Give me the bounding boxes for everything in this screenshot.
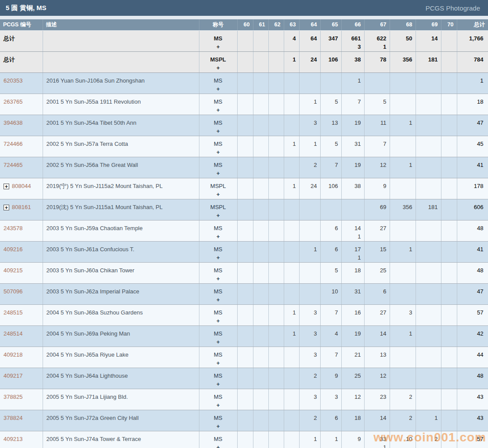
grade-cell-70 <box>441 304 457 325</box>
grade-cell-63: 1 <box>284 136 299 157</box>
grade-cell-64: 3 <box>299 347 320 368</box>
grade-cell-62 <box>268 220 284 241</box>
pcgs-number-link[interactable]: 409218 <box>4 351 22 358</box>
col-header-grade-68: 68 <box>390 19 416 30</box>
designation-cell: MS+ <box>199 325 237 347</box>
grade-cell-62 <box>268 262 284 283</box>
grade-cell-68: 3 <box>390 304 416 325</box>
grade-cell-70 <box>441 157 457 178</box>
total-cell: 57 <box>457 304 488 325</box>
total-cell: 42 <box>457 325 488 347</box>
pcgs-number-link[interactable]: 724465 <box>4 162 22 168</box>
grade-cell-64: 3 <box>299 389 320 410</box>
total-cell: 47 <box>457 115 488 136</box>
grade-cell-62 <box>268 431 284 448</box>
designation-cell: MS+ <box>199 389 237 410</box>
totals-total-cell: 784 <box>457 51 488 72</box>
description-cell: 2001 5 Yn Sun-J54a Tibet 50th Ann <box>43 115 199 136</box>
table-row: 7244652002 5 Yn Sun-J56a The Great WallM… <box>0 157 488 178</box>
pcgs-number-link[interactable]: 394638 <box>4 119 22 126</box>
pcgs-number-link[interactable]: 248514 <box>4 330 22 337</box>
description-cell: 2019(沈) 5 Yn Sun-J115a1 Mount Taishan, P… <box>43 199 199 220</box>
grade-cell-67: 7 <box>364 136 390 157</box>
totals-row: 总计MS+4643476613622150141,766 <box>0 30 488 51</box>
grade-cell-68 <box>390 136 416 157</box>
grade-cell-60 <box>237 347 253 368</box>
pcgs-number-link[interactable]: 243578 <box>4 225 22 231</box>
grade-cell-64 <box>299 283 320 304</box>
table-row: 4092152003 5 Yn Sun-J60a Chikan TowerMS+… <box>0 262 488 283</box>
pcgs-number-link[interactable]: 409213 <box>4 436 22 442</box>
grade-cell-70 <box>441 220 457 241</box>
grade-cell-68: 1 <box>390 115 416 136</box>
grade-cell-68: 1 <box>390 325 416 347</box>
designation-cell: MS+ <box>199 410 237 431</box>
pcgs-number-cell: 248515 <box>0 304 43 325</box>
expand-icon[interactable]: + <box>4 184 9 189</box>
pcgs-number-cell: 724465 <box>0 157 43 178</box>
page-title: 5 圆 黄铜, MS <box>0 4 47 12</box>
grade-cell-70 <box>441 115 457 136</box>
pcgs-number-link[interactable]: 409215 <box>4 267 22 274</box>
col-header-grade-62: 62 <box>268 19 284 30</box>
grade-cell-70 <box>441 410 457 431</box>
grade-cell-63 <box>284 283 299 304</box>
grade-cell-69 <box>416 157 441 178</box>
pcgs-number-link[interactable]: 724466 <box>4 141 22 147</box>
col-header-grade-61: 61 <box>253 19 268 30</box>
grade-cell-68 <box>390 283 416 304</box>
grade-cell-61 <box>253 241 268 262</box>
grade-cell-70 <box>441 389 457 410</box>
pcgs-number-link[interactable]: 507096 <box>4 288 22 295</box>
total-cell: 44 <box>457 347 488 368</box>
total-cell: 57 <box>457 431 488 448</box>
grade-cell-66: 1 <box>341 72 364 94</box>
grade-cell-67: 11 <box>364 115 390 136</box>
grade-cell-70 <box>441 178 457 199</box>
description-cell: 2005 5 Yn Sun-J71a Lijiang Bld. <box>43 389 199 410</box>
designation-cell: MS+ <box>199 368 237 389</box>
pcgs-number-link[interactable]: 620353 <box>4 77 22 84</box>
pcgs-number-link[interactable]: 378825 <box>4 394 22 400</box>
grade-cell-63: 1 <box>284 325 299 347</box>
grade-cell-66: 16 <box>341 304 364 325</box>
grade-cell-65: 7 <box>320 157 341 178</box>
grade-cell-63 <box>284 347 299 368</box>
grade-cell-69: 181 <box>416 199 441 220</box>
pcgs-number-link[interactable]: 263765 <box>4 98 22 105</box>
grade-cell-69: 1 <box>416 410 441 431</box>
grade-cell-69 <box>416 304 441 325</box>
grade-cell-69 <box>416 262 441 283</box>
pcgs-number-link[interactable]: 409217 <box>4 372 22 379</box>
grade-cell-66: 7 <box>341 94 364 115</box>
totals-grade-cell-61 <box>253 30 268 51</box>
pcgs-number-link[interactable]: 248515 <box>4 309 22 316</box>
grade-cell-64: 2 <box>299 410 320 431</box>
table-row: 4092132005 5 Yn Sun-J74a Tower & Terrace… <box>0 431 488 448</box>
pcgs-number-cell: 243578 <box>0 220 43 241</box>
grade-cell-66: 18 <box>341 410 364 431</box>
grade-cell-62 <box>268 410 284 431</box>
title-bar: 5 圆 黄铜, MS PCGS Photograde <box>0 0 488 16</box>
grade-cell-64: 3 <box>299 304 320 325</box>
pcgs-number-cell: 378825 <box>0 389 43 410</box>
description-cell: 2003 5 Yn Sun-J61a Confucious T. <box>43 241 199 262</box>
pcgs-number-link[interactable]: 378824 <box>4 415 22 421</box>
pcgs-number-link[interactable]: 409216 <box>4 246 22 253</box>
grade-cell-64: 24 <box>299 178 320 199</box>
pcgs-number-link[interactable]: 808044 <box>12 183 31 189</box>
grade-cell-70 <box>441 325 457 347</box>
expand-icon[interactable]: + <box>4 205 9 210</box>
grade-cell-61 <box>253 262 268 283</box>
grade-cell-70 <box>441 199 457 220</box>
totals-label: 总计 <box>0 30 43 51</box>
grade-cell-64 <box>299 262 320 283</box>
pcgs-number-link[interactable]: 808161 <box>12 204 31 210</box>
grade-cell-66: 18 <box>341 262 364 283</box>
grade-cell-61 <box>253 178 268 199</box>
totals-grade-cell-68: 356 <box>390 51 416 72</box>
grade-cell-60 <box>237 389 253 410</box>
photograde-link[interactable]: PCGS Photograde <box>426 4 488 12</box>
description-cell: 2004 5 Yn Sun-J68a Suzhou Gardens <box>43 304 199 325</box>
col-header-grade-63: 63 <box>284 19 299 30</box>
